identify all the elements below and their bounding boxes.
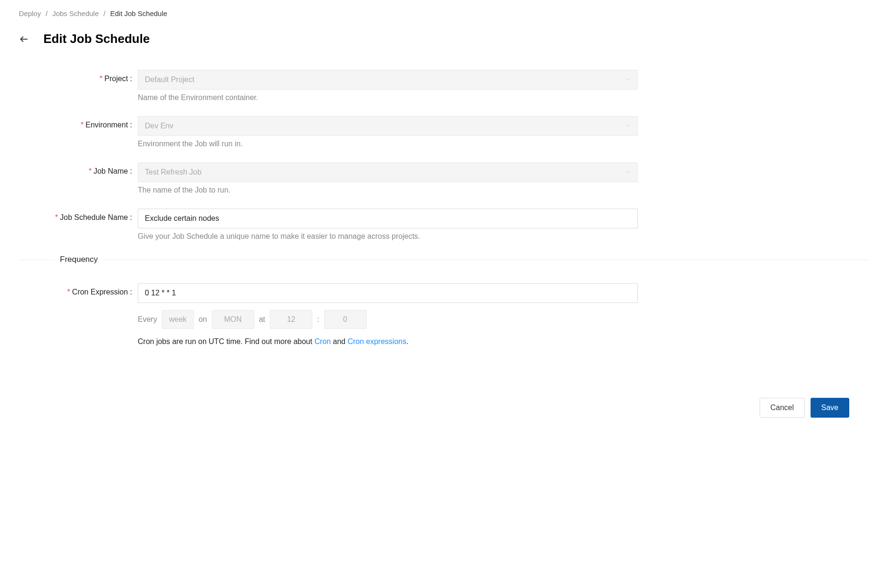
- cron-parsed-row: Every week on MON at 12 : 0: [138, 310, 638, 329]
- environment-help: Environment the Job will run in.: [138, 140, 638, 148]
- cancel-button[interactable]: Cancel: [760, 398, 805, 418]
- schedule-name-help: Give your Job Schedule a unique name to …: [138, 232, 638, 241]
- job-name-label: *Job Name :: [19, 162, 138, 176]
- breadcrumb-current: Edit Job Schedule: [110, 9, 167, 17]
- cron-at-label: at: [259, 315, 265, 324]
- cron-day-box: MON: [212, 310, 254, 329]
- cron-expressions-link[interactable]: Cron expressions: [348, 337, 407, 345]
- project-help: Name of the Environment container.: [138, 93, 638, 102]
- breadcrumb: Deploy / Jobs Schedule / Edit Job Schedu…: [19, 9, 868, 17]
- breadcrumb-separator: /: [46, 9, 48, 17]
- job-name-select-value: Test Refresh Job: [145, 168, 201, 176]
- cron-link[interactable]: Cron: [314, 337, 331, 345]
- cron-minute-box: 0: [324, 310, 367, 329]
- chevron-down-icon: [625, 76, 631, 84]
- environment-select[interactable]: Dev Env: [138, 116, 638, 136]
- cron-on-label: on: [199, 315, 207, 324]
- project-select-value: Default Project: [145, 76, 194, 84]
- breadcrumb-item-deploy[interactable]: Deploy: [19, 9, 41, 17]
- cron-unit-box: week: [162, 310, 194, 329]
- cron-expression-input[interactable]: [138, 283, 638, 303]
- schedule-name-input[interactable]: [138, 209, 638, 228]
- chevron-down-icon: [625, 122, 631, 130]
- schedule-name-label: *Job Schedule Name :: [19, 209, 138, 222]
- save-button[interactable]: Save: [811, 398, 849, 418]
- frequency-section-title: Frequency: [54, 255, 103, 264]
- chevron-down-icon: [625, 168, 631, 176]
- job-name-help: The name of the Job to run.: [138, 186, 638, 194]
- breadcrumb-item-jobs-schedule[interactable]: Jobs Schedule: [52, 9, 99, 17]
- cron-info-text: Cron jobs are run on UTC time. Find out …: [138, 337, 638, 346]
- job-name-select[interactable]: Test Refresh Job: [138, 162, 638, 182]
- environment-select-value: Dev Env: [145, 122, 173, 130]
- back-arrow-icon[interactable]: [19, 34, 29, 44]
- cron-hour-box: 12: [270, 310, 312, 329]
- page-title: Edit Job Schedule: [43, 32, 150, 46]
- cron-expression-label: *Cron Expression :: [19, 283, 138, 296]
- cron-colon: :: [317, 315, 319, 324]
- frequency-section-divider: Frequency: [19, 255, 868, 264]
- breadcrumb-separator: /: [103, 9, 105, 17]
- project-label: *Project :: [19, 70, 138, 83]
- project-select[interactable]: Default Project: [138, 70, 638, 90]
- environment-label: *Environment :: [19, 116, 138, 129]
- cron-every-label: Every: [138, 315, 157, 324]
